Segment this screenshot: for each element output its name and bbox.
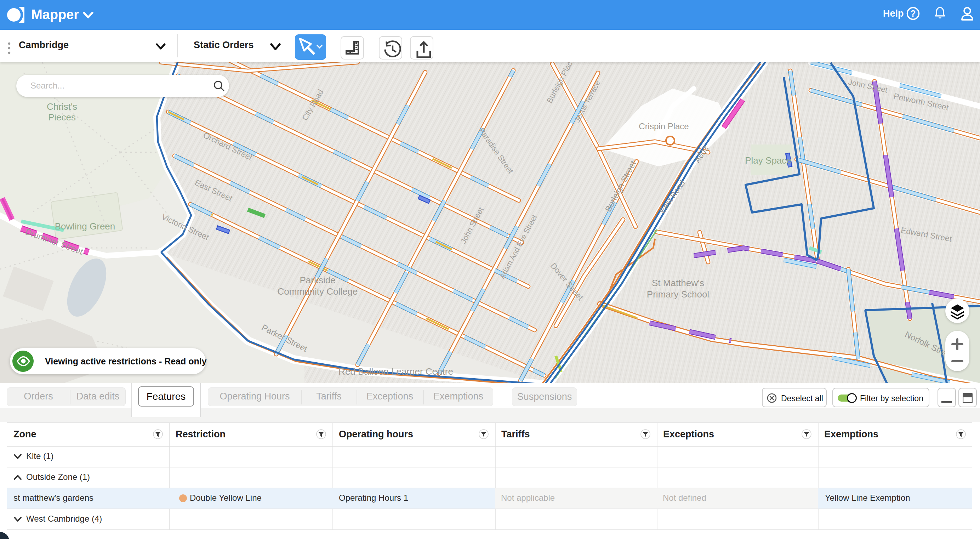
svg-text:Bowling Green: Bowling Green [55,221,115,231]
svg-text:Parkside: Parkside [299,275,335,285]
svg-text:Primary School: Primary School [647,289,709,300]
svg-text:Pieces: Pieces [48,112,76,123]
svg-text:Play Space: Play Space [745,155,792,166]
svg-text:Crispin Place: Crispin Place [639,121,689,131]
svg-text:?: ? [910,8,916,18]
svg-text:St Matthew's: St Matthew's [652,277,704,288]
svg-text:Community College: Community College [278,286,358,297]
svg-text:Red Balloon Learner Centre: Red Balloon Learner Centre [339,366,453,377]
svg-text:Christ's: Christ's [47,101,77,112]
